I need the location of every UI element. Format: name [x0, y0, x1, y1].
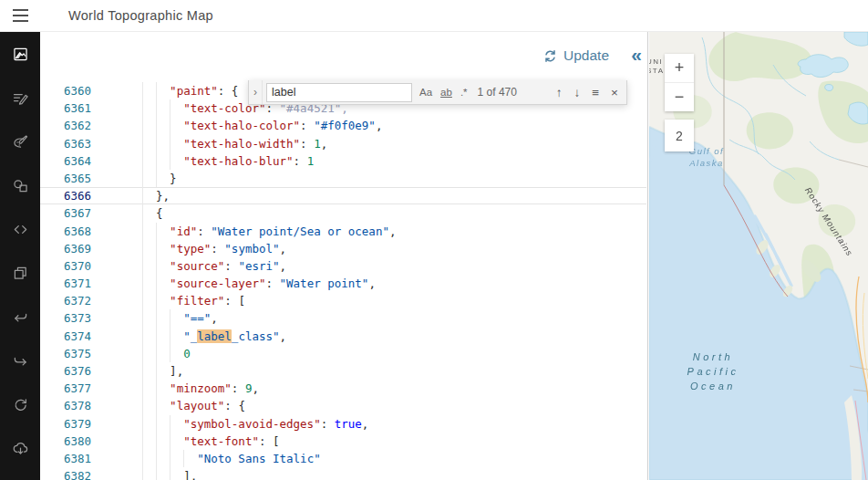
edit-colors-icon[interactable] [0, 120, 40, 163]
gutter[interactable]: 6360636163626363636463656366636763686369… [40, 82, 91, 480]
line-number[interactable]: 6376 [40, 362, 91, 380]
redo-icon[interactable] [0, 339, 40, 382]
zoom-out-button[interactable]: − [665, 83, 694, 111]
line-number[interactable]: 6377 [40, 380, 91, 397]
zoom-in-button[interactable]: + [665, 54, 694, 82]
line-number[interactable]: 6363 [40, 135, 91, 152]
code-line[interactable]: "id": "Water point/Sea or ocean", [142, 223, 647, 240]
collapse-panel-icon[interactable]: « [631, 44, 640, 66]
code-line[interactable]: "symbol-avoid-edges": true, [142, 415, 647, 433]
find-options: Aa ab .* [419, 87, 468, 98]
code-line[interactable]: "text-halo-width": 1, [142, 135, 647, 152]
line-number[interactable]: 6373 [40, 309, 91, 327]
code-line[interactable]: "text-halo-blur": 1 [142, 152, 647, 170]
line-number[interactable]: 6380 [40, 433, 91, 450]
edit-labels-icon[interactable] [0, 76, 40, 120]
code-line[interactable]: ], [142, 362, 647, 380]
code-line[interactable]: "==", [142, 309, 647, 327]
find-widget: › Aa ab .* 1 of 470 ↑ ↓ ≡ × [248, 80, 627, 105]
menu-icon[interactable] [0, 0, 40, 32]
style-editor-app: World Topographic Map [0, 0, 868, 480]
line-number[interactable]: 6365 [40, 170, 91, 187]
code-line[interactable]: { [142, 204, 647, 222]
layer-style-icon[interactable] [0, 32, 40, 76]
duplicate-icon[interactable] [0, 251, 40, 295]
whole-word-toggle[interactable]: ab [440, 87, 452, 98]
line-number[interactable]: 6362 [40, 117, 91, 134]
line-number[interactable]: 6382 [40, 467, 91, 480]
sync-icon [543, 49, 557, 63]
zoom-level-badge: 2 [665, 120, 694, 151]
left-toolbar [0, 32, 40, 480]
zoom-controls: + − [665, 54, 694, 111]
line-number[interactable]: 6366 [40, 187, 91, 204]
app-header: World Topographic Map [0, 0, 868, 32]
edit-symbols-icon[interactable] [0, 163, 40, 207]
line-number[interactable]: 6367 [40, 204, 91, 222]
code-line[interactable]: }, [142, 187, 647, 204]
find-actions: ↑ ↓ ≡ × [556, 86, 618, 99]
line-number[interactable]: 6364 [40, 152, 91, 170]
json-editor-panel: Update « 6360636163626363636463656366636… [40, 32, 648, 480]
code-line[interactable]: "text-font": [ [142, 433, 647, 450]
code-line[interactable]: "type": "symbol", [142, 240, 647, 257]
reset-icon[interactable] [0, 382, 40, 426]
update-label: Update [563, 47, 609, 64]
find-input[interactable] [266, 83, 412, 102]
editor-toolbar: Update « [40, 32, 647, 82]
edit-json-icon[interactable] [0, 207, 40, 251]
update-button[interactable]: Update [543, 47, 609, 64]
code-area: 6360636163626363636463656366636763686369… [40, 82, 647, 480]
line-number[interactable]: 6372 [40, 292, 91, 309]
line-number[interactable]: 6371 [40, 275, 91, 292]
find-in-selection-icon[interactable]: ≡ [592, 86, 599, 99]
download-icon[interactable] [0, 426, 40, 470]
find-match-highlight: label [197, 329, 232, 343]
line-number[interactable]: 6374 [40, 328, 91, 345]
code-lines[interactable]: "paint": { "text-color": "#4a4521", "tex… [142, 82, 647, 480]
match-case-toggle[interactable]: Aa [419, 87, 432, 98]
find-close-icon[interactable]: × [611, 86, 618, 99]
undo-icon[interactable] [0, 295, 40, 339]
code-line[interactable]: "Noto Sans Italic" [142, 450, 647, 467]
line-number[interactable]: 6360 [40, 82, 91, 99]
line-number[interactable]: 6379 [40, 415, 91, 433]
code-line[interactable]: "layout": { [142, 397, 647, 414]
code-line[interactable]: "source": "esri", [142, 257, 647, 275]
code-line[interactable]: 0 [142, 345, 647, 362]
line-number[interactable]: 6361 [40, 99, 91, 117]
code-line[interactable]: "filter": [ [142, 292, 647, 309]
map-preview[interactable]: UNI STA Gulf of Alaska North Pacific Oce… [649, 32, 868, 480]
line-number[interactable]: 6369 [40, 240, 91, 257]
code-line[interactable]: "text-halo-color": "#f0f0e9", [142, 117, 647, 134]
line-number[interactable]: 6378 [40, 397, 91, 414]
find-results-count: 1 of 470 [478, 86, 517, 99]
line-number[interactable]: 6368 [40, 223, 91, 240]
find-expand-icon[interactable]: › [249, 80, 263, 104]
code-line[interactable]: "_label_class", [142, 328, 647, 345]
find-next-icon[interactable]: ↓ [574, 86, 580, 99]
code-line[interactable]: "minzoom": 9, [142, 380, 647, 397]
line-number[interactable]: 6381 [40, 450, 91, 467]
find-previous-icon[interactable]: ↑ [556, 86, 563, 99]
line-number[interactable]: 6370 [40, 257, 91, 275]
regex-toggle[interactable]: .* [460, 87, 468, 98]
line-number[interactable]: 6375 [40, 345, 91, 362]
code-line[interactable]: "source-layer": "Water point", [142, 275, 647, 292]
code-line[interactable]: ], [142, 467, 647, 480]
page-title: World Topographic Map [68, 8, 213, 23]
code-line[interactable]: } [142, 170, 647, 187]
